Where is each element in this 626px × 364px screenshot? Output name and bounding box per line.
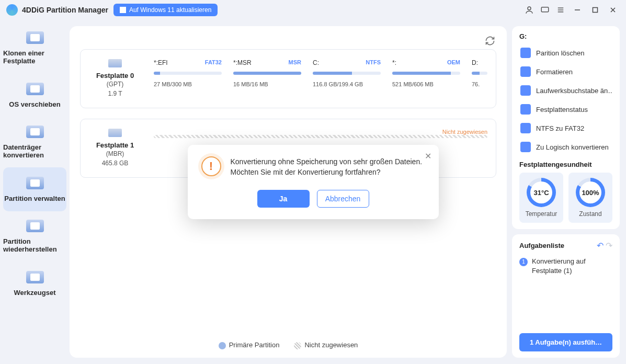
maximize-button[interactable] bbox=[586, 2, 604, 18]
temperature-value: 31°C bbox=[530, 181, 552, 203]
sidebar-label: Datenträger konvertieren bbox=[3, 143, 66, 159]
gauge-icon: 31°C bbox=[527, 178, 556, 207]
upgrade-label: Auf Windows 11 aktualisieren bbox=[129, 6, 211, 14]
partition-usage: 16 MB/16 MB bbox=[233, 81, 301, 87]
minimize-button[interactable] bbox=[568, 2, 586, 18]
unallocated-label: Nicht zugewiesen bbox=[154, 129, 487, 135]
health-condition: 100% Zustand bbox=[568, 173, 612, 223]
partition-usage: 76. bbox=[472, 81, 487, 87]
disk-size: 1.9 T bbox=[89, 89, 141, 98]
sidebar-label: Partition verwalten bbox=[4, 195, 65, 202]
partition-label: C: bbox=[313, 59, 319, 66]
modal-close-icon[interactable]: ✕ bbox=[425, 151, 431, 161]
partitions: *:EFIFAT32 27 MB/300 MB *:MSRMSR 16 MB/1… bbox=[154, 59, 487, 98]
partition[interactable]: *:OEM 521 MB/606 MB bbox=[392, 59, 460, 98]
partition[interactable]: C:NTFS 116.8 GB/199.4 GB bbox=[313, 59, 381, 98]
sidebar-label: Werkzeugset bbox=[14, 289, 56, 297]
logical-icon bbox=[520, 142, 531, 152]
svg-rect-2 bbox=[593, 8, 598, 13]
user-icon[interactable] bbox=[521, 2, 537, 18]
disk-info: Festplatte 0 (GPT) 1.9 T bbox=[89, 59, 141, 98]
action-status[interactable]: Festplattenstatus bbox=[519, 100, 612, 119]
partition-label: *:MSR bbox=[233, 59, 252, 66]
legend: Primäre Partition Nicht zugewiesen bbox=[80, 331, 496, 349]
partition[interactable]: *:MSRMSR 16 MB/16 MB bbox=[233, 59, 301, 98]
trash-icon bbox=[520, 48, 531, 58]
edit-icon bbox=[520, 85, 531, 96]
temperature-label: Temperatur bbox=[521, 210, 561, 218]
action-delete[interactable]: Parition löschen bbox=[519, 43, 612, 62]
disk-card-0[interactable]: Festplatte 0 (GPT) 1.9 T *:EFIFAT32 27 M… bbox=[80, 49, 496, 108]
legend-unallocated: Nicht zugewiesen bbox=[294, 341, 358, 349]
partition[interactable]: D: 76. bbox=[472, 59, 487, 98]
disk-size: 465.8 GB bbox=[89, 158, 141, 168]
sidebar-label: Klonen einer Festplatte bbox=[3, 49, 66, 65]
health-header: Festplattengesundheit bbox=[519, 161, 612, 168]
disk-icon bbox=[26, 177, 44, 189]
action-logical[interactable]: Zu Logisch konvertieren bbox=[519, 138, 612, 156]
svg-point-0 bbox=[528, 7, 531, 10]
condition-label: Zustand bbox=[571, 210, 610, 218]
menu-icon[interactable] bbox=[553, 2, 568, 18]
usage-bar bbox=[233, 72, 301, 75]
disk-icon bbox=[26, 31, 44, 44]
sidebar-item-convert[interactable]: Datenträger konvertieren bbox=[3, 120, 66, 164]
sidebar-label: Partition wiederherstellen bbox=[3, 237, 66, 253]
windows-icon bbox=[120, 7, 126, 13]
right-panel: G: Parition löschen Formatieren Laufwerk… bbox=[510, 20, 626, 364]
task-number-badge: 1 bbox=[519, 258, 528, 266]
sidebar-item-manage[interactable]: Partition verwalten bbox=[3, 167, 66, 211]
disk-icon bbox=[26, 220, 44, 232]
sidebar-item-clone[interactable]: Klonen einer Festplatte bbox=[3, 26, 66, 70]
sidebar-label: OS verschieben bbox=[9, 100, 60, 108]
undo-icon[interactable]: ↶ bbox=[597, 241, 604, 250]
action-format[interactable]: Formatieren bbox=[519, 62, 612, 81]
titlebar: 4DDiG Partition Manager Auf Windows 11 a… bbox=[0, 0, 626, 20]
action-drive-letter[interactable]: Laufwerksbuchstabe än… bbox=[519, 81, 612, 100]
legend-primary: Primäre Partition bbox=[219, 341, 280, 349]
chat-icon[interactable] bbox=[537, 2, 553, 18]
task-label: Konvertierung auf Festplatte (1) bbox=[532, 257, 612, 276]
tasks-header: Aufgabenliste bbox=[519, 242, 564, 249]
health-temperature: 31°C Temperatur bbox=[519, 173, 563, 223]
usage-bar bbox=[313, 72, 381, 75]
partition-fs: OEM bbox=[447, 59, 460, 66]
partition-fs: NTFS bbox=[366, 59, 381, 66]
partition-usage: 27 MB/300 MB bbox=[154, 81, 222, 87]
gauge-icon: 100% bbox=[576, 178, 605, 207]
usage-bar bbox=[154, 135, 487, 138]
format-icon bbox=[520, 66, 531, 77]
partition[interactable]: *:EFIFAT32 27 MB/300 MB bbox=[154, 59, 222, 98]
upgrade-windows-button[interactable]: Auf Windows 11 aktualisieren bbox=[113, 4, 218, 16]
close-button[interactable] bbox=[604, 2, 622, 18]
disk-info: Festplatte 1 (MBR) 465.8 GB bbox=[89, 129, 141, 168]
redo-icon[interactable]: ↷ bbox=[606, 241, 612, 250]
action-ntfs-fat32[interactable]: NTFS zu FAT32 bbox=[519, 119, 612, 138]
app-logo bbox=[6, 4, 18, 16]
modal-cancel-button[interactable]: Abbrechen bbox=[317, 190, 369, 208]
tasks-card: Aufgabenliste ↶ ↷ 1 Konvertierung auf Fe… bbox=[512, 234, 620, 358]
modal-yes-button[interactable]: Ja bbox=[257, 190, 310, 208]
status-icon bbox=[520, 104, 531, 115]
svg-rect-1 bbox=[541, 7, 549, 12]
selected-drive: G: bbox=[519, 32, 612, 40]
partition-label: *: bbox=[392, 59, 396, 66]
actions-card: G: Parition löschen Formatieren Laufwerk… bbox=[512, 26, 620, 229]
partition-label: *:EFI bbox=[154, 59, 168, 66]
refresh-icon[interactable] bbox=[485, 36, 495, 48]
health-row: 31°C Temperatur 100% Zustand bbox=[519, 173, 612, 223]
modal-message: Konvertierung ohne Speicherung von sehr … bbox=[231, 156, 425, 178]
partition-usage: 116.8 GB/199.4 GB bbox=[313, 81, 381, 87]
partition-fs: FAT32 bbox=[205, 59, 222, 66]
task-item[interactable]: 1 Konvertierung auf Festplatte (1) bbox=[519, 257, 612, 276]
disk-scheme: (MBR) bbox=[89, 149, 141, 158]
usage-bar bbox=[392, 72, 460, 75]
sidebar-item-os-move[interactable]: OS verschieben bbox=[3, 73, 66, 117]
disk-scheme: (GPT) bbox=[89, 79, 141, 89]
usage-bar bbox=[472, 72, 487, 75]
run-tasks-button[interactable]: 1 Aufgabe(n) ausfüh… bbox=[519, 333, 612, 351]
disk-icon bbox=[26, 83, 44, 95]
sidebar-item-tools[interactable]: Werkzeugset bbox=[3, 261, 66, 305]
sidebar-item-recover[interactable]: Partition wiederherstellen bbox=[3, 214, 66, 258]
disk-icon bbox=[26, 271, 44, 283]
